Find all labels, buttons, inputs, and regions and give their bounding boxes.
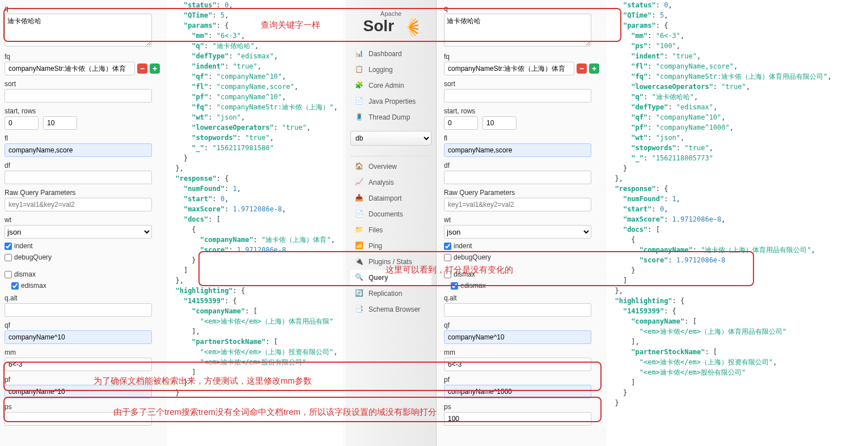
pf-input[interactable] [5, 385, 152, 398]
debug-checkbox[interactable] [444, 254, 451, 261]
nav-label: Dashboard [369, 50, 402, 58]
sort-label: sort [5, 80, 160, 88]
debug-label: debugQuery [14, 253, 52, 261]
qalt-input[interactable] [5, 303, 152, 317]
dismax-label: dismax [454, 270, 475, 278]
coreadmin-icon: 🧩 [355, 81, 364, 90]
df-input[interactable] [444, 171, 591, 184]
nav-label: Plugins / Stats [369, 258, 412, 266]
ps-input[interactable] [444, 412, 591, 426]
query-icon: 🔍 [355, 273, 364, 282]
df-input[interactable] [5, 171, 152, 184]
ps-input[interactable] [5, 412, 152, 426]
start-input[interactable] [5, 116, 39, 130]
logging-icon: 📋 [355, 65, 364, 74]
nav-label: Ping [369, 242, 382, 250]
query-form-left: q 迪卡侬哈哈 fq − + sort start, rows fl df Ra… [0, 0, 164, 446]
nav-label: Files [369, 226, 383, 234]
nav-ping[interactable]: 📶Ping [350, 238, 431, 254]
qalt-label: q.alt [444, 294, 599, 302]
nav-overview[interactable]: 🏠Overview [350, 159, 431, 175]
json-response-right: "status": 0, "QTime": 5, "params": { "mm… [607, 0, 868, 446]
mm-label: mm [444, 349, 599, 356]
overview-icon: 🏠 [355, 162, 364, 171]
fl-label: fl [444, 134, 599, 142]
replication-icon: 🔄 [355, 289, 364, 298]
nav-dataimport[interactable]: 📥Dataimport [350, 190, 431, 206]
raw-label: Raw Query Parameters [5, 189, 160, 197]
fq-remove-button[interactable]: − [137, 63, 147, 74]
sort-input[interactable] [5, 89, 152, 103]
edismax-checkbox[interactable] [11, 282, 19, 290]
sort-input[interactable] [444, 89, 591, 103]
nav-replication[interactable]: 🔄Replication [350, 286, 431, 301]
nav-label: Core Admin [369, 82, 404, 90]
nav-logging[interactable]: 📋Logging [350, 62, 431, 78]
fq-label: fq [444, 53, 599, 61]
rows-input[interactable] [43, 116, 77, 130]
edismax-checkbox[interactable] [451, 282, 458, 290]
mm-input[interactable] [444, 358, 591, 371]
debug-label: debugQuery [454, 253, 491, 261]
nav-schema[interactable]: 📑Schema Browser [350, 301, 431, 317]
indent-label: indent [14, 242, 33, 250]
files-icon: 📁 [355, 226, 364, 235]
dismax-checkbox[interactable] [5, 271, 12, 278]
qalt-input[interactable] [444, 303, 591, 317]
documents-icon: 📄 [355, 210, 364, 219]
sun-icon [398, 17, 418, 37]
fl-label: fl [5, 134, 160, 142]
wt-select[interactable]: json [444, 225, 591, 239]
raw-label: Raw Query Parameters [444, 189, 599, 197]
fq-add-button[interactable]: + [150, 63, 160, 74]
fq-input[interactable] [444, 62, 574, 75]
nav-label: Replication [369, 290, 402, 298]
startrows-label: start, rows [444, 107, 599, 115]
nav-label: Logging [369, 66, 393, 74]
fq-label: fq [5, 53, 160, 61]
core-selector[interactable]: db [350, 131, 431, 146]
fl-input[interactable] [444, 143, 591, 157]
nav-files[interactable]: 📁Files [350, 222, 431, 238]
raw-input[interactable] [444, 198, 591, 211]
qf-label: qf [5, 321, 160, 329]
solr-nav: Apache Solr 📊Dashboard📋Logging🧩Core Admi… [346, 0, 437, 446]
nav-thread[interactable]: 🧵Thread Dump [350, 109, 431, 125]
pf-label: pf [5, 376, 160, 384]
nav-documents[interactable]: 📄Documents [350, 206, 431, 222]
nav-query[interactable]: 🔍Query [350, 270, 431, 286]
edismax-label: edismax [460, 282, 486, 290]
pf-input[interactable] [444, 385, 591, 398]
analysis-icon: 📈 [355, 178, 364, 187]
raw-input[interactable] [5, 198, 152, 211]
nav-label: Overview [369, 163, 397, 171]
start-input[interactable] [444, 116, 478, 130]
nav-analysis[interactable]: 📈Analysis [350, 175, 431, 190]
indent-checkbox[interactable] [5, 243, 12, 250]
indent-checkbox[interactable] [444, 243, 451, 250]
nav-label: Schema Browser [369, 305, 420, 313]
qf-input[interactable] [444, 330, 591, 344]
debug-checkbox[interactable] [5, 254, 12, 261]
rows-input[interactable] [482, 116, 516, 130]
qf-label: qf [444, 321, 599, 329]
fq-input[interactable] [5, 62, 135, 75]
nav-plugins[interactable]: 🔌Plugins / Stats [350, 254, 431, 270]
dashboard-icon: 📊 [355, 49, 364, 58]
nav-java[interactable]: 📄Java Properties [350, 94, 431, 109]
wt-label: wt [5, 216, 160, 224]
wt-label: wt [444, 216, 599, 224]
q-input[interactable]: 迪卡侬哈哈 [5, 14, 152, 46]
fl-input[interactable] [5, 143, 152, 157]
nav-dashboard[interactable]: 📊Dashboard [350, 46, 431, 62]
wt-select[interactable]: json [5, 225, 152, 239]
dismax-checkbox[interactable] [444, 271, 451, 278]
pf-label: pf [444, 376, 599, 384]
qf-input[interactable] [5, 330, 152, 344]
fq-add-button[interactable]: + [589, 63, 599, 74]
q-input[interactable]: 迪卡侬哈哈 [444, 14, 591, 46]
mm-input[interactable] [5, 358, 152, 371]
nav-coreadmin[interactable]: 🧩Core Admin [350, 78, 431, 94]
logo-apache-text: Apache [350, 10, 431, 17]
fq-remove-button[interactable]: − [577, 63, 587, 74]
